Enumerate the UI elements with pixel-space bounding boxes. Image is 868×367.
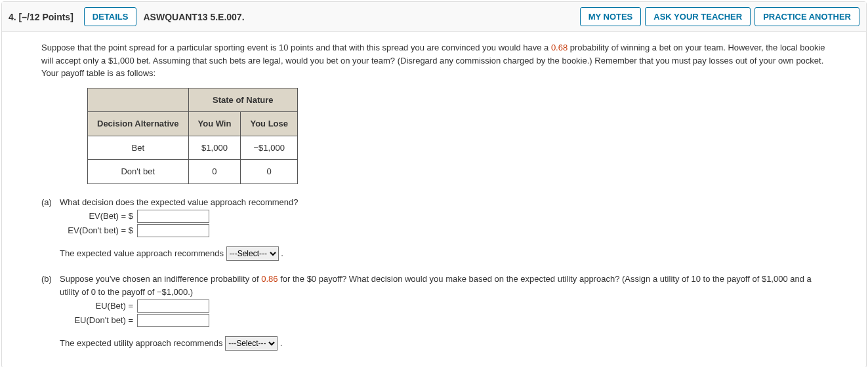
ev-bet-input[interactable] (137, 210, 209, 223)
practice-another-button[interactable]: PRACTICE ANOTHER (754, 7, 859, 26)
my-notes-button[interactable]: MY NOTES (580, 7, 642, 26)
state-header: State of Nature (188, 88, 297, 112)
part-a-question: What decision does the expected value ap… (60, 196, 833, 209)
payoff-table: State of Nature Decision Alternative You… (87, 88, 298, 184)
indiff-prob: 0.86 (261, 274, 278, 284)
probability-value: 0.68 (551, 43, 568, 52)
eu-dont-input[interactable] (137, 314, 209, 327)
col-you-win: You Win (188, 112, 241, 136)
col-you-lose: You Lose (241, 112, 298, 136)
period: . (281, 248, 283, 258)
period: . (280, 338, 283, 348)
question-body: Suppose that the point spread for a part… (2, 32, 866, 367)
question-header: 4. [–/12 Points] DETAILS ASWQUANT13 5.E.… (2, 2, 866, 32)
table-row: Bet $1,000 −$1,000 (88, 136, 298, 160)
part-a: (a) What decision does the expected valu… (41, 196, 833, 239)
eu-dont-label: EU(Don't bet) = (60, 314, 137, 327)
details-button[interactable]: DETAILS (84, 7, 137, 26)
decision-header: Decision Alternative (88, 112, 189, 136)
row-bet-win: $1,000 (188, 136, 241, 160)
part-a-label: (a) (41, 196, 60, 239)
table-row: Don't bet 0 0 (88, 160, 298, 184)
table-corner (88, 88, 189, 112)
part-b: (b) Suppose you've chosen an indifferenc… (41, 273, 833, 328)
row-dontbet-lose: 0 (241, 160, 298, 184)
ask-teacher-button[interactable]: ASK YOUR TEACHER (645, 7, 751, 26)
eu-bet-label: EU(Bet) = (60, 299, 137, 313)
question-container: 4. [–/12 Points] DETAILS ASWQUANT13 5.E.… (1, 1, 867, 367)
part-a-select[interactable]: ---Select--- (226, 246, 279, 261)
part-b-select[interactable]: ---Select--- (225, 336, 278, 351)
row-dontbet-label: Don't bet (88, 160, 189, 184)
row-bet-lose: −$1,000 (241, 136, 298, 160)
part-b-recommend: The expected utility approach recommends… (60, 336, 833, 351)
row-dontbet-win: 0 (188, 160, 241, 184)
part-a-recommend: The expected value approach recommends -… (60, 246, 833, 261)
ev-bet-label: EV(Bet) = $ (60, 210, 137, 223)
ev-dont-input[interactable] (137, 224, 209, 237)
eu-bet-input[interactable] (137, 299, 209, 313)
question-number: 4. [–/12 Points] (9, 12, 73, 22)
part-b-label: (b) (41, 273, 60, 328)
part-b-question: Suppose you've chosen an indifference pr… (60, 273, 833, 298)
ev-dont-label: EV(Don't bet) = $ (60, 224, 137, 237)
row-bet-label: Bet (88, 136, 189, 160)
reference-code: ASWQUANT13 5.E.007. (143, 12, 244, 22)
question-intro: Suppose that the point spread for a part… (41, 41, 833, 80)
